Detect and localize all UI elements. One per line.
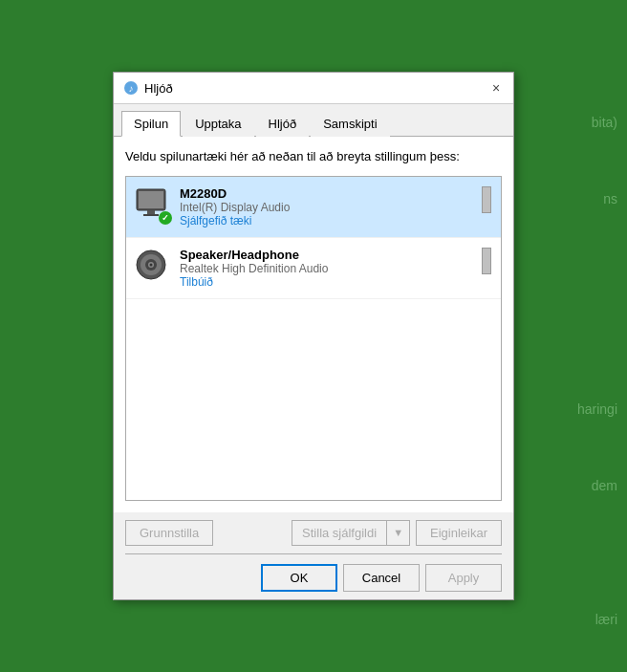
- device-driver-speaker: Realtek High Definition Audio: [180, 262, 470, 275]
- eiginleikar-button[interactable]: Eiginleikar: [416, 520, 502, 546]
- sound-dialog: ♪ Hljóð × Spilun Upptaka Hljóð Samskipti…: [113, 72, 514, 599]
- tab-upptaka[interactable]: Upptaka: [183, 111, 253, 137]
- description-text: Veldu spilunartæki hér að neðan til að b…: [125, 148, 502, 165]
- action-row: Grunnstilla Stilla sjálfgildi ▼ Eiginlei…: [125, 520, 502, 546]
- stilla-sjalfgildi-arrow[interactable]: ▼: [386, 520, 410, 546]
- device-list[interactable]: ✓ M2280D Intel(R) Display Audio Sjálfgef…: [125, 176, 502, 501]
- bg-text-1: bita): [592, 115, 617, 130]
- grunnstilla-button[interactable]: Grunnstilla: [125, 520, 213, 546]
- device-name-m2280d: M2280D: [180, 186, 470, 201]
- close-button[interactable]: ×: [486, 78, 506, 98]
- scrollbar-area-2: [480, 248, 493, 274]
- tab-spilun[interactable]: Spilun: [121, 111, 181, 137]
- device-name-speaker: Speaker/Headphone: [180, 248, 470, 262]
- device-info-speaker: Speaker/Headphone Realtek High Definitio…: [180, 248, 470, 289]
- bottom-area: Grunnstilla Stilla sjálfgildi ▼ Eiginlei…: [114, 512, 513, 599]
- scrollbar-segment-2: [482, 248, 491, 274]
- scrollbar-area-1: [480, 186, 493, 213]
- title-bar: ♪ Hljóð ×: [114, 73, 513, 104]
- svg-rect-5: [143, 214, 159, 216]
- stilla-sjalfgildi-button[interactable]: Stilla sjálfgildi: [292, 520, 386, 546]
- bg-text-2: ns: [603, 191, 617, 206]
- bg-text-4: dem: [592, 478, 617, 493]
- ok-row: OK Cancel Apply: [125, 560, 502, 592]
- device-status-speaker: Tilbúið: [180, 275, 470, 289]
- scrollbar-segment-1: [482, 186, 491, 213]
- svg-rect-3: [139, 191, 163, 208]
- svg-rect-4: [147, 210, 155, 214]
- main-content: Veldu spilunartæki hér að neðan til að b…: [114, 137, 513, 511]
- tab-samskipti[interactable]: Samskipti: [311, 111, 389, 137]
- tab-bar: Spilun Upptaka Hljóð Samskipti: [114, 104, 513, 137]
- device-status-m2280d: Sjálfgefið tæki: [180, 214, 470, 228]
- default-badge: ✓: [159, 211, 172, 225]
- device-item-speaker[interactable]: Speaker/Headphone Realtek High Definitio…: [126, 238, 501, 299]
- stilla-sjalfgildi-split: Stilla sjálfgildi ▼: [292, 520, 410, 546]
- title-bar-left: ♪ Hljóð: [123, 80, 173, 96]
- bg-text-5: læri: [595, 612, 617, 627]
- ok-button[interactable]: OK: [261, 564, 337, 592]
- svg-text:♪: ♪: [129, 83, 134, 94]
- dialog-title: Hljóð: [144, 81, 173, 96]
- speaker-icon: [134, 248, 168, 282]
- svg-point-10: [150, 263, 153, 266]
- device-icon-wrapper-m2280d: ✓: [134, 186, 170, 223]
- device-icon-wrapper-speaker: [134, 248, 170, 284]
- device-item-m2280d[interactable]: ✓ M2280D Intel(R) Display Audio Sjálfgef…: [126, 177, 501, 238]
- sound-title-icon: ♪: [123, 80, 139, 96]
- device-info-m2280d: M2280D Intel(R) Display Audio Sjálfgefið…: [180, 186, 470, 228]
- cancel-button[interactable]: Cancel: [343, 564, 420, 592]
- tab-hljod[interactable]: Hljóð: [256, 111, 310, 137]
- bg-text-3: haringi: [577, 401, 617, 417]
- device-driver-m2280d: Intel(R) Display Audio: [180, 201, 470, 214]
- apply-button[interactable]: Apply: [425, 564, 502, 592]
- divider: [125, 553, 502, 554]
